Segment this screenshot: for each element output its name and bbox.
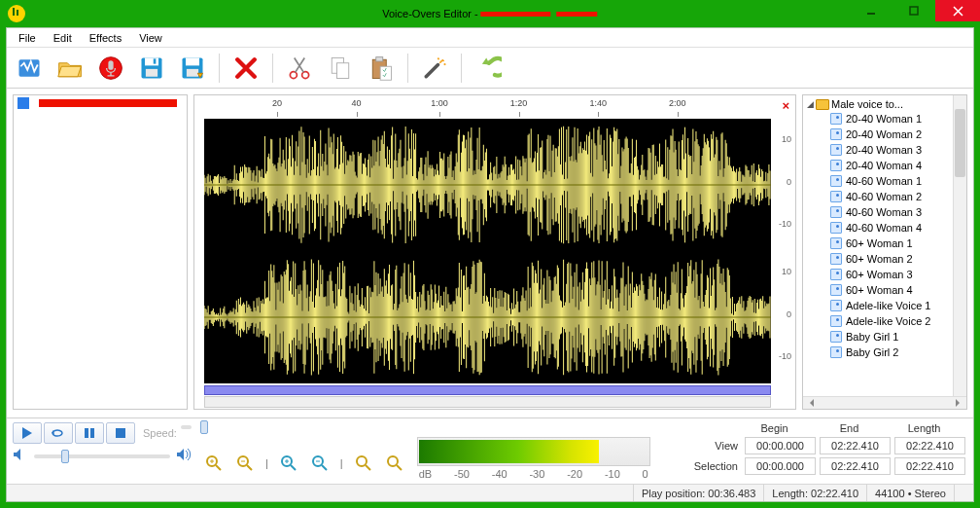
undo-button[interactable]	[472, 52, 505, 85]
time-tick: 1:00	[431, 98, 448, 108]
meter-label: -50	[454, 468, 470, 480]
menu-edit[interactable]: Edit	[46, 30, 80, 46]
minimize-button[interactable]	[850, 0, 892, 21]
toolbar-separator	[407, 54, 408, 83]
paste-button[interactable]	[365, 52, 398, 85]
preset-label: 40-60 Woman 4	[846, 222, 922, 234]
track-row[interactable]	[14, 95, 187, 111]
preset-icon	[830, 160, 842, 171]
loop-button[interactable]	[44, 422, 73, 444]
preset-label: 40-60 Woman 3	[846, 206, 922, 218]
svg-rect-4	[108, 60, 113, 70]
time-tick: 1:40	[589, 98, 607, 108]
svg-rect-8	[154, 58, 157, 63]
preset-icon	[830, 206, 842, 218]
preset-item[interactable]: 20-40 Woman 4	[805, 158, 964, 173]
close-button[interactable]	[935, 0, 980, 21]
preset-item[interactable]: 60+ Woman 4	[805, 282, 964, 298]
scrollbar-thumb[interactable]	[955, 109, 965, 177]
preset-icon	[830, 331, 842, 343]
vertical-scrollbar[interactable]	[953, 95, 966, 396]
zoom-in-button[interactable]	[203, 453, 225, 474]
cut-button[interactable]	[283, 52, 316, 85]
pause-button[interactable]	[75, 422, 104, 444]
zoom-fit-button[interactable]	[384, 453, 405, 474]
speed-slider[interactable]	[181, 425, 192, 429]
preset-item[interactable]: 40-60 Woman 1	[805, 173, 964, 189]
stop-button[interactable]	[106, 422, 135, 444]
preset-item[interactable]: 40-60 Woman 2	[805, 189, 964, 204]
app-inner: File Edit Effects View × 20	[6, 27, 974, 502]
sel-begin-value[interactable]: 00:00.000	[745, 457, 816, 475]
play-button[interactable]	[13, 422, 42, 444]
horizontal-scrollbar[interactable]	[803, 396, 966, 409]
time-ruler[interactable]: 20 40 1:00 1:20 1:40 2:00	[204, 98, 771, 118]
preset-label: Adele-like Voice 1	[846, 300, 930, 311]
new-button[interactable]	[13, 52, 46, 85]
menubar: File Edit Effects View	[7, 28, 973, 48]
collapse-icon[interactable]: ◢	[807, 99, 814, 109]
preset-item[interactable]: 20-40 Woman 3	[805, 142, 964, 158]
zoom-sel-button[interactable]	[353, 453, 374, 474]
row-selection-label: Selection	[682, 460, 741, 472]
zoom-out-v-button[interactable]	[309, 453, 331, 474]
volume-slider[interactable]	[34, 454, 170, 458]
meter-labels: dB -50 -40 -30 -20 -10 0	[417, 468, 650, 480]
horizontal-scrollbar[interactable]	[204, 396, 771, 408]
preset-item[interactable]: Baby Girl 2	[805, 345, 964, 360]
preset-item[interactable]: Adele-like Voice 1	[805, 298, 964, 313]
save-button[interactable]	[135, 52, 168, 85]
preset-icon	[830, 222, 842, 234]
sel-end-value[interactable]: 02:22.410	[820, 457, 891, 475]
preset-item[interactable]: 20-40 Woman 1	[805, 111, 964, 127]
menu-effects[interactable]: Effects	[82, 30, 129, 46]
preset-item[interactable]: 60+ Woman 1	[805, 236, 964, 251]
view-begin-value[interactable]: 00:00.000	[745, 437, 816, 454]
preset-label: 60+ Woman 1	[846, 237, 913, 249]
status-bar: Play position: 00:36.483 Length: 02:22.4…	[7, 484, 973, 501]
view-end-value[interactable]: 02:22.410	[820, 437, 891, 454]
preset-item[interactable]: 60+ Woman 2	[805, 251, 964, 267]
waveform-view[interactable]	[204, 119, 771, 383]
copy-button[interactable]	[324, 52, 357, 85]
preset-item[interactable]: 60+ Woman 3	[805, 267, 964, 282]
col-end: End	[814, 422, 885, 434]
open-button[interactable]	[53, 52, 87, 85]
menu-view[interactable]: View	[131, 30, 170, 46]
zoom-out-button[interactable]	[234, 453, 256, 474]
preset-label: 40-60 Woman 1	[846, 175, 922, 187]
sel-length-value[interactable]: 02:22.410	[894, 457, 965, 475]
preset-label: Adele-like Voice 2	[846, 315, 930, 327]
preset-label: 60+ Woman 4	[846, 284, 913, 296]
effects-button[interactable]	[418, 52, 451, 85]
time-tick: 1:20	[510, 98, 528, 108]
close-tab-icon[interactable]: ×	[782, 98, 789, 113]
preset-item[interactable]: 20-40 Woman 2	[805, 127, 964, 142]
svg-rect-10	[186, 57, 199, 65]
preset-item[interactable]: Adele-like Voice 2	[805, 313, 964, 329]
selection-bar[interactable]	[204, 385, 771, 395]
preset-icon	[830, 346, 842, 358]
amplitude-label: 10	[782, 267, 791, 276]
preset-item[interactable]: 40-60 Woman 3	[805, 204, 964, 220]
meter-right	[419, 452, 600, 463]
title-redaction	[481, 9, 598, 20]
svg-rect-1144	[116, 428, 125, 438]
maximize-button[interactable]	[892, 0, 935, 21]
level-meter: dB -50 -40 -30 -20 -10 0	[417, 422, 650, 480]
playback-controls: Speed:	[13, 422, 192, 480]
preset-item[interactable]: 40-60 Woman 4	[805, 220, 964, 236]
meter-label: 0	[643, 468, 648, 480]
view-length-value[interactable]: 02:22.410	[894, 437, 965, 454]
record-button[interactable]	[94, 52, 127, 85]
zoom-in-v-button[interactable]	[278, 453, 299, 474]
svg-rect-1143	[90, 428, 94, 438]
preset-label: 60+ Woman 2	[846, 253, 913, 265]
preset-item[interactable]: Baby Girl 1	[805, 329, 964, 345]
waveform-panel: × 20 40 1:00 1:20 1:40 2:00 10 0	[193, 94, 796, 410]
menu-file[interactable]: File	[11, 30, 44, 46]
preset-label: 60+ Woman 3	[846, 269, 913, 280]
save-as-button[interactable]	[176, 52, 209, 85]
delete-button[interactable]	[229, 52, 262, 85]
preset-folder[interactable]: ◢ Male voice to...	[805, 97, 964, 111]
